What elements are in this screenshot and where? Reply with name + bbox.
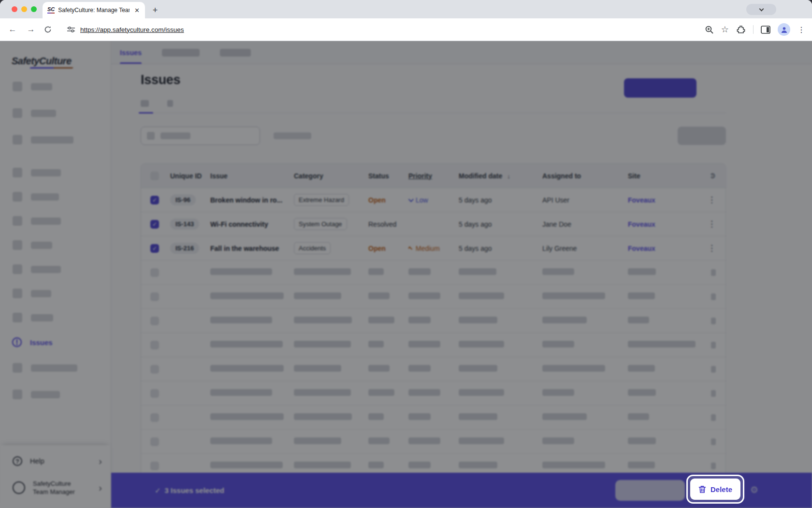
extensions-icon[interactable] <box>736 25 746 34</box>
safetyculture-favicon: SC <box>47 7 55 14</box>
browser-window: SC SafetyCulture: Manage Teams and... ✕ … <box>0 0 812 508</box>
trash-icon <box>698 485 706 493</box>
browser-tab[interactable]: SC SafetyCulture: Manage Teams and... ✕ <box>43 2 145 18</box>
close-window-button[interactable] <box>12 6 17 12</box>
tab-close-icon[interactable]: ✕ <box>133 7 141 14</box>
zoom-window-button[interactable] <box>31 6 37 12</box>
reload-button[interactable] <box>44 25 52 34</box>
url-text[interactable]: https://app.safetyculture.com/issues <box>80 26 184 33</box>
side-panel-icon[interactable] <box>761 26 770 34</box>
back-button[interactable]: ← <box>7 25 18 34</box>
site-settings-icon[interactable] <box>67 26 75 33</box>
spotlight-ring: Delete <box>686 475 744 504</box>
tab-title: SafetyCulture: Manage Teams and... <box>58 7 130 14</box>
bookmark-star-icon[interactable]: ☆ <box>721 24 729 35</box>
window-controls[interactable] <box>12 6 37 12</box>
forward-button[interactable]: → <box>25 25 37 34</box>
chevron-down-icon <box>759 6 764 11</box>
minimize-window-button[interactable] <box>21 6 27 12</box>
toolbar-actions: ☆ ⋮ <box>705 23 805 36</box>
browser-chrome: SC SafetyCulture: Manage Teams and... ✕ … <box>0 0 812 41</box>
profile-avatar[interactable] <box>778 23 790 36</box>
new-tab-button[interactable]: + <box>149 4 161 16</box>
delete-button[interactable]: Delete <box>690 479 740 500</box>
tab-strip: SC SafetyCulture: Manage Teams and... ✕ … <box>0 0 812 18</box>
tour-spotlight: Delete <box>686 475 744 504</box>
zoom-indicator-icon[interactable] <box>705 25 714 34</box>
tab-search-button[interactable] <box>746 4 776 15</box>
tour-dim-overlay <box>0 41 812 508</box>
address-bar[interactable]: https://app.safetyculture.com/issues <box>59 26 698 33</box>
browser-toolbar: ← → https://app.safetyculture.com/issues… <box>0 18 812 41</box>
browser-menu-icon[interactable]: ⋮ <box>798 25 805 34</box>
toolbar-divider <box>753 25 754 34</box>
